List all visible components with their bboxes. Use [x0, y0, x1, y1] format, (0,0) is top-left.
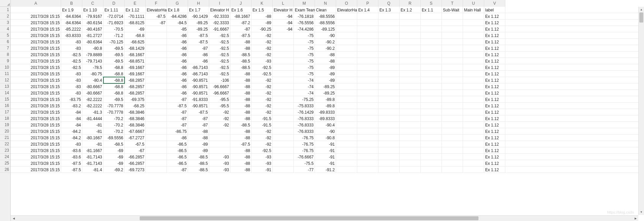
hscroll-track[interactable]	[16, 216, 633, 221]
cell-A14[interactable]: 2017/3/28 15:15	[11, 90, 61, 96]
horizontal-scrollbar[interactable]: ◀ ▶	[11, 215, 638, 221]
cell-H21[interactable]: -88	[188, 135, 209, 141]
cell-K2[interactable]: -88	[251, 13, 273, 20]
cell-E25[interactable]: -66.2857	[125, 160, 146, 167]
cell-N14[interactable]: -89.25	[315, 90, 336, 96]
cell-G7[interactable]: -86	[167, 45, 188, 51]
row-header-23[interactable]: 23	[0, 147, 10, 154]
cell-F24[interactable]	[146, 154, 167, 160]
cell-K26[interactable]: -91	[251, 167, 273, 173]
cell-M17[interactable]: -76.1429	[294, 109, 315, 115]
cell-P12[interactable]	[357, 77, 378, 83]
cell-Q25[interactable]	[378, 160, 400, 167]
cell-J12[interactable]: -88	[230, 77, 251, 83]
cell-J1[interactable]: Ex 1.6	[230, 7, 251, 13]
cell-T20[interactable]	[442, 128, 463, 135]
cell-N22[interactable]: -91	[315, 141, 336, 147]
col-header-F[interactable]: F	[146, 0, 167, 7]
cell-G4[interactable]: -85	[167, 26, 188, 32]
cell-V19[interactable]: Ex 1.12	[484, 122, 505, 128]
cell-A18[interactable]: 2017/3/28 15:15	[11, 115, 61, 122]
cell-B20[interactable]: -84.2	[61, 128, 82, 135]
cell-O26[interactable]	[336, 167, 357, 173]
cell-N12[interactable]: -89	[315, 77, 336, 83]
cell-F19[interactable]	[146, 122, 167, 128]
cell-I10[interactable]: -92.5	[209, 64, 230, 71]
cell-D18[interactable]: -70.2	[103, 115, 125, 122]
cell-G21[interactable]: -86	[167, 135, 188, 141]
col-header-V[interactable]: V	[484, 0, 505, 7]
cell-E1[interactable]: Ex 1.12	[125, 7, 146, 13]
cell-T4[interactable]	[442, 26, 463, 32]
cell-L1[interactable]: Elevator H	[273, 7, 294, 13]
col-header-A[interactable]: A	[11, 0, 61, 7]
cell-U18[interactable]	[463, 115, 484, 122]
cell-L5[interactable]	[273, 32, 294, 39]
cell-Q10[interactable]	[378, 64, 400, 71]
cell-C4[interactable]: -80.4167	[82, 26, 103, 32]
cell-E7[interactable]: -68.1429	[125, 45, 146, 51]
cell-T16[interactable]	[442, 103, 463, 109]
cell-F18[interactable]	[146, 115, 167, 122]
cell-O23[interactable]	[336, 147, 357, 154]
cell-O6[interactable]	[336, 39, 357, 45]
cell-D6[interactable]: -70.125	[103, 39, 125, 45]
cell-N4[interactable]: -89.125	[315, 26, 336, 32]
col-header-J[interactable]: J	[230, 0, 251, 7]
cell-V2[interactable]: Ex 1.12	[484, 13, 505, 20]
cell-A13[interactable]: 2017/3/28 15:15	[11, 83, 61, 90]
cell-H6[interactable]: -87.5	[188, 39, 209, 45]
cell-C18[interactable]: -81.4444	[82, 115, 103, 122]
cell-R3[interactable]	[400, 20, 421, 26]
cell-S19[interactable]	[421, 122, 442, 128]
cell-J14[interactable]: -88	[230, 90, 251, 96]
cell-H26[interactable]: -88.5	[188, 167, 209, 173]
cell-Q9[interactable]	[378, 58, 400, 64]
cell-I2[interactable]: -92.3333	[209, 13, 230, 20]
cell-B10[interactable]: -82.5	[61, 64, 82, 71]
cell-U13[interactable]	[463, 83, 484, 90]
cell-I6[interactable]: -92.5	[209, 39, 230, 45]
cell-J19[interactable]: -88.5	[230, 122, 251, 128]
cell-I8[interactable]: -92.5	[209, 51, 230, 58]
cell-T14[interactable]	[442, 90, 463, 96]
cell-P19[interactable]	[357, 122, 378, 128]
cell-H20[interactable]: -88	[188, 128, 209, 135]
cell-R19[interactable]	[400, 122, 421, 128]
cell-K10[interactable]: -92.5	[251, 64, 273, 71]
cell-U2[interactable]	[463, 13, 484, 20]
cell-V24[interactable]: Ex 1.12	[484, 154, 505, 160]
cell-C13[interactable]: -80.6667	[82, 83, 103, 90]
cell-U9[interactable]	[463, 58, 484, 64]
cell-V26[interactable]: Ex 1.12	[484, 167, 505, 173]
cell-G9[interactable]: -86	[167, 58, 188, 64]
col-header-N[interactable]: N	[315, 0, 336, 7]
cell-A10[interactable]: 2017/3/28 15:15	[11, 64, 61, 71]
cell-N13[interactable]: -89.25	[315, 83, 336, 90]
cell-O13[interactable]	[336, 83, 357, 90]
cell-M10[interactable]: -75	[294, 64, 315, 71]
cell-L24[interactable]	[273, 154, 294, 160]
cell-Q6[interactable]	[378, 39, 400, 45]
row-header-21[interactable]: 21	[0, 135, 10, 141]
cell-C1[interactable]: Ex 1.10	[82, 7, 103, 13]
cell-A16[interactable]: 2017/3/28 15:15	[11, 103, 61, 109]
cell-I11[interactable]: -92.5	[209, 71, 230, 77]
cell-L11[interactable]	[273, 71, 294, 77]
cell-J7[interactable]: -88	[230, 45, 251, 51]
cell-E2[interactable]: -70.1111	[125, 13, 146, 20]
cell-J21[interactable]: -88	[230, 135, 251, 141]
vscroll-track[interactable]	[639, 12, 644, 209]
scroll-up-icon[interactable]: ▲	[639, 7, 644, 12]
cell-K15[interactable]: -92	[251, 96, 273, 103]
cell-P13[interactable]	[357, 83, 378, 90]
cell-A26[interactable]: 2017/3/28 15:15	[11, 167, 61, 173]
cell-V20[interactable]: Ex 1.12	[484, 128, 505, 135]
cell-P5[interactable]	[357, 32, 378, 39]
cell-F1[interactable]: ElevatorHa	[146, 7, 167, 13]
cell-E12[interactable]: -68.2857	[125, 77, 146, 83]
cell-M11[interactable]: -75	[294, 71, 315, 77]
cell-Q16[interactable]	[378, 103, 400, 109]
cell-J11[interactable]: -88	[230, 71, 251, 77]
cell-E8[interactable]: -68.1667	[125, 51, 146, 58]
